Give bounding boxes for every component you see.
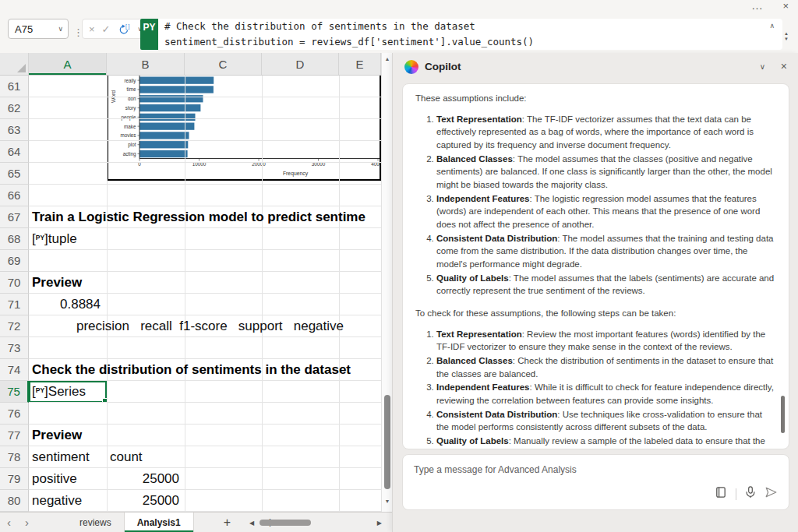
bar-story: [139, 104, 200, 111]
assumptions-list: Text Representation: The TF-IDF vectoriz…: [415, 113, 776, 298]
horizontal-scrollbar[interactable]: ◀ ▶: [249, 513, 383, 532]
formula-bar-spinner[interactable]: ▲ ▼: [784, 31, 789, 41]
row-number-64[interactable]: 64: [0, 141, 29, 163]
row-number-62[interactable]: 62: [0, 97, 29, 119]
row-number-65[interactable]: 65: [0, 163, 29, 185]
row-number-74[interactable]: 74: [0, 359, 29, 381]
row-number-77[interactable]: 77: [0, 425, 29, 446]
horizontal-scroll-thumb[interactable]: [260, 520, 311, 526]
select-all-corner[interactable]: [0, 53, 29, 75]
more-options-icon[interactable]: …: [751, 0, 764, 12]
cell-b79[interactable]: 25000: [107, 468, 182, 490]
sheet-tab-analysis1[interactable]: Analysis1: [124, 513, 194, 532]
svg-text:time: time: [127, 86, 136, 92]
column-header-e[interactable]: E: [339, 53, 381, 75]
grid[interactable]: reallytimedonstorypeoplemakemoviesplotac…: [0, 76, 381, 512]
gridline: [29, 162, 381, 163]
svg-text:Frequency: Frequency: [283, 171, 309, 177]
formula-bar: A75 ∨ ⋮ × ✓ [ ] ∨ PY # Check the distrib…: [0, 14, 798, 54]
scroll-right-icon[interactable]: ▶: [377, 520, 382, 527]
spin-up-icon[interactable]: ▲: [784, 31, 789, 36]
close-panel-icon[interactable]: ×: [781, 60, 787, 72]
column-header-d[interactable]: D: [262, 53, 339, 75]
copilot-input-box[interactable]: Type a message for Advanced Analysis: [402, 454, 789, 510]
cell-b78[interactable]: count: [107, 446, 185, 468]
row-number-70[interactable]: 70: [0, 272, 29, 294]
vertical-scrollbar[interactable]: ▲ ▼: [381, 53, 392, 512]
cell-a72[interactable]: precision recall f1-score support negati…: [29, 315, 381, 337]
cell-a77[interactable]: Preview: [29, 425, 381, 446]
microphone-icon[interactable]: [745, 486, 756, 502]
item-title: Balanced Classes: [436, 154, 513, 164]
copilot-logo-icon: [404, 60, 418, 74]
scroll-down-icon[interactable]: ▼: [382, 499, 393, 504]
svg-text:[ ]: [ ]: [125, 23, 130, 30]
steps-list: Text Representation: Review the most imp…: [415, 328, 776, 449]
column-header-c[interactable]: C: [185, 53, 262, 75]
row-number-73[interactable]: 73: [0, 337, 29, 359]
next-sheet-icon[interactable]: ›: [18, 513, 36, 532]
copilot-message-card: These assumptions include: Text Represen…: [402, 83, 789, 449]
copilot-scroll-thumb[interactable]: [781, 396, 785, 433]
cell-a71[interactable]: 0.8884: [29, 294, 104, 315]
title-bar: … ×: [0, 0, 798, 14]
cell-a79[interactable]: positive: [29, 468, 381, 490]
svg-text:movies: movies: [121, 132, 136, 138]
spin-down-icon[interactable]: ▼: [784, 37, 789, 41]
row-number-75[interactable]: 75: [0, 381, 29, 403]
item-title: Independent Features: [436, 382, 530, 392]
row-number-67[interactable]: 67: [0, 206, 29, 228]
bar-plot: [139, 141, 188, 148]
row-number-69[interactable]: 69: [0, 250, 29, 272]
cell-a80[interactable]: negative: [29, 490, 381, 512]
sheet-tab-reviews[interactable]: reviews: [67, 513, 124, 532]
bar-really: [139, 77, 214, 84]
python-object-icon: [PY]: [32, 231, 48, 246]
row-number-66[interactable]: 66: [0, 185, 29, 206]
chevron-down-icon: ∨: [58, 25, 63, 33]
cancel-icon[interactable]: ×: [89, 23, 95, 35]
row-number-72[interactable]: 72: [0, 315, 29, 337]
word-frequency-chart[interactable]: reallytimedonstorypeoplemakemoviesplotac…: [107, 76, 381, 181]
enter-check-icon[interactable]: ✓: [102, 23, 111, 35]
item-title: Text Representation: [436, 329, 522, 339]
row-number-63[interactable]: 63: [0, 119, 29, 141]
collapse-formula-bar-icon[interactable]: ∧: [769, 22, 775, 30]
vertical-scroll-thumb[interactable]: [384, 395, 390, 489]
sheet-tab-bar: ‹ › reviewsAnalysis1 + ⋮ ◀ ▶: [0, 512, 392, 532]
insert-python-icon[interactable]: [ ]: [118, 23, 131, 35]
add-sheet-button[interactable]: +: [224, 516, 231, 530]
cell-a74[interactable]: Check the distribution of sentiments in …: [29, 359, 381, 381]
cell-a70[interactable]: Preview: [29, 272, 381, 294]
copilot-input-placeholder: Type a message for Advanced Analysis: [414, 464, 577, 475]
cell-a68[interactable]: [PY]tuple: [29, 228, 381, 250]
item-title: Quality of Labels: [436, 436, 509, 446]
divider: [736, 488, 736, 500]
row-number-61[interactable]: 61: [0, 76, 29, 97]
cell-b80[interactable]: 25000: [107, 490, 182, 512]
row-number-80[interactable]: 80: [0, 490, 29, 512]
chevron-down-icon[interactable]: ∨: [760, 62, 765, 71]
row-number-79[interactable]: 79: [0, 468, 29, 490]
scroll-left-icon[interactable]: ◀: [249, 520, 254, 527]
gridline: [29, 97, 381, 97]
send-icon[interactable]: [764, 486, 778, 502]
row-number-68[interactable]: 68: [0, 228, 29, 250]
prev-sheet-icon[interactable]: ‹: [0, 513, 18, 532]
cell-a75[interactable]: [PY]Series: [29, 381, 381, 403]
cell-a67[interactable]: Train a Logistic Regression model to pre…: [29, 206, 381, 228]
column-header-a[interactable]: A: [29, 53, 107, 75]
cell-a78[interactable]: sentiment: [29, 446, 381, 468]
column-header-b[interactable]: B: [107, 53, 185, 75]
name-box[interactable]: A75 ∨: [8, 19, 69, 39]
svg-text:plot: plot: [128, 142, 136, 148]
row-number-76[interactable]: 76: [0, 403, 29, 425]
scroll-up-icon[interactable]: ▲: [382, 56, 393, 62]
notebook-icon[interactable]: [715, 486, 727, 502]
list-item: Text Representation: The TF-IDF vectoriz…: [436, 113, 776, 152]
formula-input[interactable]: # Check the distribution of sentiments i…: [158, 19, 782, 50]
row-number-78[interactable]: 78: [0, 446, 29, 468]
column-headers: ABCDE: [0, 53, 381, 76]
window-close-icon[interactable]: ×: [782, 0, 789, 12]
row-number-71[interactable]: 71: [0, 294, 29, 315]
